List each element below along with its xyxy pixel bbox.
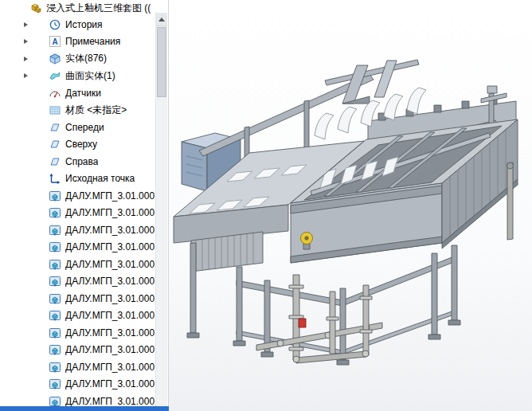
tree-item-component[interactable]: ДАЛУ.МГП_3.01.000 (0, 376, 168, 393)
expand-arrow-placeholder (20, 190, 31, 202)
bottom-edge-strip (0, 406, 169, 411)
expand-arrow-placeholder (20, 327, 31, 339)
tree-item-history[interactable]: История (0, 16, 168, 33)
expand-arrow-placeholder (20, 259, 31, 270)
plane-icon (49, 155, 61, 168)
tree-root-assembly[interactable]: 浸入式上釉机三维套图 (( (0, 0, 168, 16)
tree-item-component[interactable]: ДАЛУ.МГП_3.01.000 (0, 256, 168, 273)
tree-item-front-plane[interactable]: Спереди (0, 119, 168, 136)
expand-arrow-placeholder (20, 396, 31, 407)
expand-arrow-placeholder (20, 362, 31, 373)
tree-item-label: ДАЛУ.МГП_3.01.000 (65, 310, 155, 321)
tree-item-label: ДАЛУ.МГП_3.01.000 (65, 207, 155, 218)
expand-arrow-icon[interactable] (20, 36, 31, 47)
tree-item-origin[interactable]: Исходная точка (0, 170, 168, 188)
expand-arrow-placeholder (20, 88, 31, 99)
tree-item-label: 材质 <未指定> (65, 104, 127, 117)
tree-item-surface-bodies[interactable]: 曲面实体(1) (0, 68, 168, 85)
arrow-up-icon (158, 18, 165, 22)
component-icon (49, 292, 61, 305)
tree-item-label: ДАЛУ.МГП_3.01.000 (65, 241, 155, 252)
tree-item-label: ДАЛУ.МГП_3.01.000 (65, 378, 155, 389)
tree-item-sensors[interactable]: Датчики (0, 84, 168, 102)
expand-arrow-placeholder (20, 344, 31, 355)
expand-arrow-placeholder (20, 139, 31, 150)
tree-item-solid-bodies[interactable]: 实体(876) (0, 50, 168, 68)
material-icon (49, 104, 61, 116)
expand-arrow-placeholder (20, 310, 31, 321)
component-icon (49, 309, 61, 322)
tree-item-label: ДАЛУ.МГП_3.01.000 (65, 344, 155, 355)
expand-arrow-placeholder (20, 378, 31, 389)
plane-icon (49, 138, 61, 151)
component-icon (49, 327, 61, 339)
expand-arrow-placeholder (20, 122, 31, 133)
expand-arrow-placeholder (20, 156, 31, 167)
tree-item-right-plane[interactable]: Справа (0, 153, 168, 170)
expand-arrow-placeholder (20, 225, 31, 236)
plane-icon (49, 121, 61, 134)
component-icon (49, 361, 61, 374)
model-red-valve (299, 319, 306, 327)
tree-item-label: Справа (65, 156, 98, 167)
tree-scrollbar[interactable] (155, 13, 167, 406)
expand-arrow-placeholder (20, 276, 31, 287)
tree-item-label: Сверху (65, 139, 97, 150)
tree-item-label: История (65, 19, 103, 30)
surface-bodies-icon (49, 69, 61, 82)
graphics-viewport[interactable] (169, 0, 532, 411)
component-icon (49, 241, 61, 253)
component-icon (49, 275, 61, 288)
tree-item-top-plane[interactable]: Сверху (0, 136, 168, 154)
expand-arrow-icon[interactable] (20, 70, 31, 81)
tree-item-component[interactable]: ДАЛУ.МГП_3.01.000 (0, 342, 168, 359)
component-icon (49, 378, 61, 390)
tree-item-component[interactable]: ДАЛУ.МГП_3.01.000 (0, 307, 168, 325)
tree-item-annotations[interactable]: Примечания (0, 33, 168, 51)
tree-item-component[interactable]: ДАЛУ.МГП_3.01.000 (0, 324, 168, 342)
origin-icon (49, 172, 61, 185)
expand-arrow-placeholder (20, 104, 31, 115)
component-icon (49, 224, 61, 237)
component-icon (49, 343, 61, 356)
tree-item-label: ДАЛУ.МГП_3.01.000 (65, 225, 155, 236)
component-icon (49, 190, 61, 202)
cad-application-window: 浸入式上釉机三维套图 (( История Примечания 实体(876)… (0, 0, 532, 411)
tree-item-component[interactable]: ДАЛУ.МГП_3.01.000 (0, 239, 168, 256)
expand-arrow-placeholder (20, 241, 31, 252)
tree-item-label: Примечания (65, 36, 120, 47)
tree-item-material[interactable]: 材质 <未指定> (0, 102, 168, 119)
annotations-icon (49, 35, 61, 48)
tree-item-component[interactable]: ДАЛУ.МГП_3.01.000 (0, 205, 168, 222)
tree-item-label: ДАЛУ.МГП_3.01.000 (65, 293, 155, 304)
tree-item-component[interactable]: ДАЛУ.МГП_3.01.000 (0, 187, 168, 205)
tree-item-label: ДАЛУ.МГП_3.01.000 (65, 276, 155, 287)
tree-item-label: Спереди (65, 122, 104, 133)
scroll-up-button[interactable] (156, 13, 167, 26)
expand-arrow-placeholder (20, 207, 31, 218)
tree-item-component[interactable]: ДАЛУ.МГП_3.01.000 (0, 221, 168, 239)
tree-item-component[interactable]: ДАЛУ.МГП_3.01.000 (0, 290, 168, 307)
model-3d-view (169, 0, 532, 411)
sensors-icon (49, 87, 61, 100)
component-icon (49, 206, 61, 219)
expand-arrow-placeholder (20, 173, 31, 184)
tree-item-label: ДАЛУ.МГП_3.01.000 (65, 259, 155, 270)
solid-bodies-icon (49, 53, 61, 65)
tree-item-component[interactable]: ДАЛУ.МГП_3.01.000 (0, 273, 168, 291)
expand-arrow-icon[interactable] (20, 19, 31, 30)
tree-item-label: 实体(876) (65, 52, 107, 65)
tree-item-component[interactable]: ДАЛУ.МГП_3.01.000 (0, 358, 168, 376)
assembly-icon (29, 2, 42, 14)
scrollbar-thumb[interactable] (157, 27, 166, 97)
tree-item-label: Датчики (65, 88, 101, 99)
feature-tree-panel: 浸入式上釉机三维套图 (( История Примечания 实体(876)… (0, 0, 169, 411)
tree-item-label: Исходная точка (65, 173, 135, 184)
tree-item-label: ДАЛУ.МГП_3.01.000 (65, 396, 155, 407)
tree-item-label: ДАЛУ.МГП_3.01.000 (65, 362, 155, 373)
tree-item-label: 曲面实体(1) (65, 69, 115, 83)
model-tank (291, 119, 518, 263)
expand-arrow-icon[interactable] (20, 53, 31, 65)
history-icon (49, 18, 61, 31)
tree-item-label: ДАЛУ.МГП_3.01.000 (65, 190, 155, 202)
